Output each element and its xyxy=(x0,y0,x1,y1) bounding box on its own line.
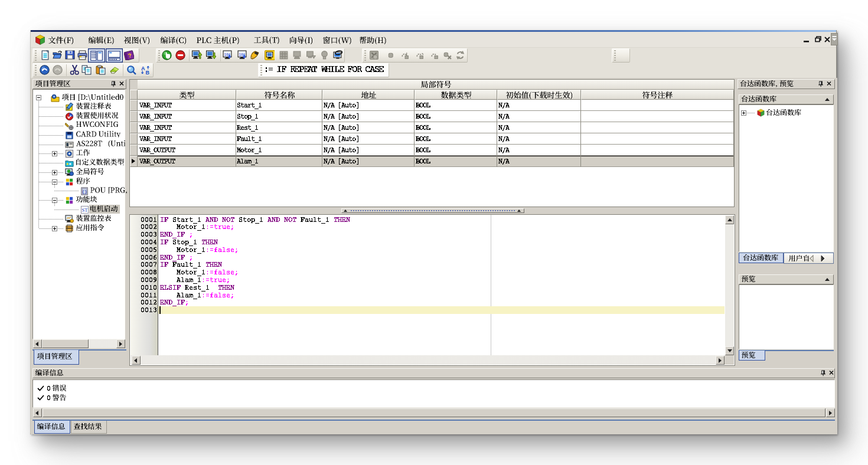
svg-text:B: B xyxy=(146,70,150,75)
svg-text:{}: {} xyxy=(81,189,87,194)
svg-text:ST: ST xyxy=(81,207,87,213)
svg-text:A: A xyxy=(141,66,145,71)
